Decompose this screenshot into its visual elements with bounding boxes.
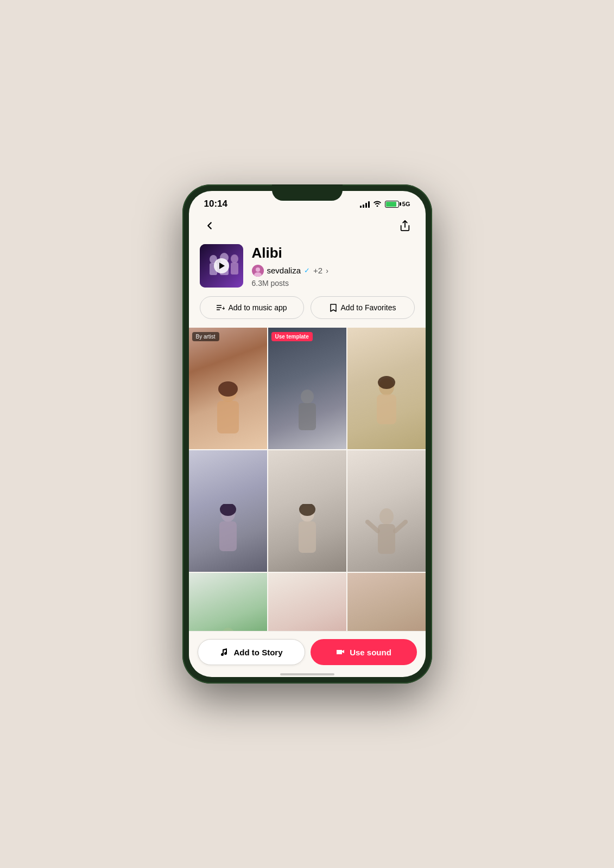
nav-bar <box>189 214 426 240</box>
plus-count: +2 <box>313 266 322 275</box>
status-time: 10:14 <box>204 199 227 209</box>
status-icons: 5G <box>360 200 410 208</box>
svg-point-29 <box>379 508 394 525</box>
artist-row[interactable]: sevdaliza ✓ +2 › <box>252 265 415 277</box>
svg-line-32 <box>395 522 406 531</box>
svg-rect-19 <box>299 403 316 430</box>
video-cell-9[interactable] <box>347 573 426 631</box>
bookmark-icon <box>329 303 338 312</box>
svg-rect-27 <box>299 521 316 553</box>
video-cell-3[interactable] <box>347 328 426 449</box>
song-title: Alibi <box>252 245 415 261</box>
use-sound-button[interactable]: Use sound <box>311 639 417 665</box>
action-buttons: + Add to music app Add to Favorites <box>189 296 426 328</box>
signal-icon <box>360 200 370 208</box>
share-button[interactable] <box>395 216 415 235</box>
music-note-icon <box>220 647 230 657</box>
album-art[interactable] <box>200 244 243 288</box>
video-grid-container[interactable]: By artist Use template <box>189 328 426 631</box>
svg-rect-21 <box>377 394 396 424</box>
add-to-story-label: Add to Story <box>234 648 283 657</box>
battery-icon <box>385 201 399 208</box>
phone-screen: 10:14 5G <box>189 191 426 677</box>
video-cell-1[interactable]: By artist <box>189 328 267 449</box>
svg-rect-16 <box>217 401 239 433</box>
svg-rect-24 <box>219 521 237 551</box>
add-to-favorites-label: Add to Favorites <box>341 303 396 312</box>
video-cell-8[interactable] <box>268 573 346 631</box>
artist-name: sevdaliza <box>267 266 301 275</box>
play-button[interactable] <box>214 258 229 273</box>
svg-point-18 <box>301 390 314 404</box>
svg-point-17 <box>218 381 238 397</box>
video-badge-1: By artist <box>192 332 219 341</box>
home-indicator <box>189 674 426 677</box>
svg-rect-30 <box>378 524 395 554</box>
add-to-story-button[interactable]: Add to Story <box>198 639 305 665</box>
verified-badge: ✓ <box>304 266 310 275</box>
use-sound-label: Use sound <box>350 648 391 657</box>
artist-avatar <box>252 265 264 277</box>
network-indicator: 5G <box>402 201 410 207</box>
video-cell-4[interactable] <box>189 450 267 572</box>
add-to-music-button[interactable]: + Add to music app <box>200 296 304 319</box>
wifi-icon <box>373 200 382 208</box>
video-camera-icon <box>336 647 345 657</box>
video-cell-6[interactable] <box>347 450 426 572</box>
song-header: Alibi sevdaliza ✓ +2 › 6.3M posts <box>189 240 426 296</box>
back-button[interactable] <box>200 216 219 235</box>
svg-text:+: + <box>222 305 225 311</box>
svg-point-6 <box>231 254 238 263</box>
notch <box>272 184 343 201</box>
post-count: 6.3M posts <box>252 279 415 288</box>
svg-rect-7 <box>231 263 238 275</box>
video-cell-2[interactable]: Use template <box>268 328 346 449</box>
video-cell-7[interactable] <box>189 573 267 631</box>
svg-point-22 <box>378 376 395 389</box>
song-info: Alibi sevdaliza ✓ +2 › 6.3M posts <box>252 245 415 288</box>
video-grid: By artist Use template <box>189 328 426 631</box>
add-to-music-label: Add to music app <box>228 303 287 312</box>
phone-frame: 10:14 5G <box>182 184 432 684</box>
svg-line-31 <box>368 522 378 531</box>
chevron-right-icon: › <box>326 266 328 275</box>
music-list-icon: + <box>216 303 225 312</box>
svg-point-33 <box>221 628 235 631</box>
video-badge-2: Use template <box>271 332 313 341</box>
add-to-favorites-button[interactable]: Add to Favorites <box>311 296 415 319</box>
bottom-bar: Add to Story Use sound <box>189 631 426 673</box>
video-cell-5[interactable] <box>268 450 346 572</box>
svg-point-9 <box>256 267 260 272</box>
